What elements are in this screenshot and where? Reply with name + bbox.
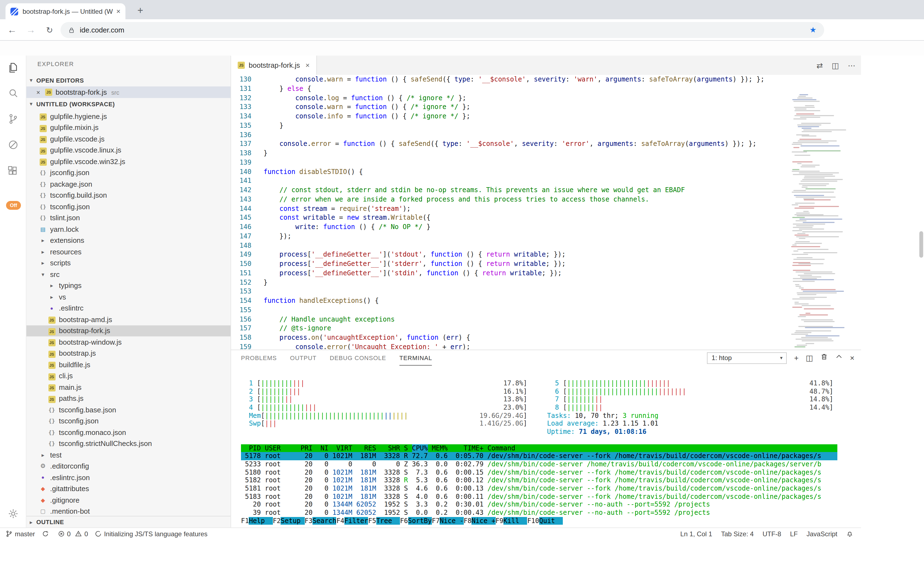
tree-item-main-js[interactable]: JSmain.js [26,382,230,393]
tree-item-vs[interactable]: ▸vs [26,291,230,303]
code-line[interactable]: 142 // const stdout, stderr and stdin be… [231,185,861,195]
code-line[interactable]: 149 process['__defineGetter__']('stdout'… [231,250,861,259]
code-line[interactable]: 144 const stream = require('stream'); [231,204,861,213]
tree-item-tsconfig-strictnullchecks-json[interactable]: {}tsconfig.strictNullChecks.json [26,438,230,449]
tree-item-typings[interactable]: ▸typings [26,280,230,291]
code-editor[interactable]: 130 console.warn = function () { safeSen… [231,75,861,350]
tree-item-tsconfig-base-json[interactable]: {}tsconfig.base.json [26,404,230,416]
code-line[interactable]: 133 console.warn = function () { /* igno… [231,103,861,112]
tree-item-tsconfig-build-json[interactable]: {}tsconfig.build.json [26,190,230,201]
kill-terminal-icon[interactable] [820,353,828,363]
encoding[interactable]: UTF-8 [763,530,781,538]
tab-close-icon[interactable]: × [305,61,310,69]
tree-item-tslint-json[interactable]: {}tslint.json [26,212,230,224]
settings-gear-icon[interactable] [6,507,20,520]
code-line[interactable]: 136 [231,130,861,140]
tree-item-bootstrap-window-js[interactable]: JSbootstrap-window.js [26,337,230,348]
tree-item-bootstrap-fork-js[interactable]: JSbootstrap-fork.js [26,325,230,337]
code-line[interactable]: 152} [231,278,861,287]
cursor-position[interactable]: Ln 1, Col 1 [680,530,712,538]
eol-sequence[interactable]: LF [790,530,798,538]
tree-item-gulpfile-vscode-linux-js[interactable]: JSgulpfile.vscode.linux.js [26,145,230,156]
tree-item-cli-js[interactable]: JScli.js [26,370,230,382]
split-terminal-icon[interactable]: ◫ [806,354,813,362]
code-line[interactable]: 140function disableSTDIO() { [231,167,861,176]
code-line[interactable]: 135 } [231,121,861,131]
new-tab-button[interactable]: + [133,3,148,18]
explorer-icon[interactable] [6,61,20,74]
page-scrollbar-thumb[interactable] [919,231,923,258]
notifications-bell[interactable] [846,530,855,537]
search-icon[interactable] [6,87,20,100]
tree-item--eslintrc-json[interactable]: ●.eslintrc.json [26,472,230,483]
minimap[interactable] [789,94,855,350]
reload-button[interactable]: ↻ [42,19,57,41]
bookmark-star-icon[interactable]: ★ [810,25,816,34]
source-control-icon[interactable] [6,112,20,126]
tree-item-extensions[interactable]: ▸extensions [26,235,230,246]
outline-section-header[interactable]: ▸ OUTLINE [26,516,230,527]
close-panel-icon[interactable]: × [850,354,854,362]
tree-item-tsconfig-json[interactable]: {}tsconfig.json [26,416,230,427]
code-line[interactable]: 151 process['__defineGetter__']('stdin',… [231,269,861,278]
problems-item[interactable]: 0 0 [58,530,88,538]
forward-button[interactable]: → [23,19,39,41]
tab-close-icon[interactable]: × [116,7,121,15]
maximize-panel-icon[interactable] [835,353,843,363]
panel-tab-debug-console[interactable]: DEBUG CONSOLE [330,350,386,366]
tree-item-jsconfig-json[interactable]: {}jsconfig.json [26,167,230,178]
more-actions-icon[interactable]: ⋯ [848,61,855,70]
tree-item-yarn-lock[interactable]: ▤yarn.lock [26,224,230,235]
panel-tab-problems[interactable]: PROBLEMS [241,350,277,366]
tree-item-gulpfile-hygiene-js[interactable]: JSgulpfile.hygiene.js [26,111,230,122]
code-line[interactable]: 132 console.log = function () { /* ignor… [231,93,861,103]
debug-icon[interactable] [6,138,20,152]
tree-item-resources[interactable]: ▸resources [26,246,230,257]
sync-item[interactable] [42,530,51,537]
back-button[interactable]: ← [5,19,20,41]
tree-item-tsconfig-monaco-json[interactable]: {}tsconfig.monaco.json [26,427,230,438]
code-line[interactable]: 131 } else { [231,84,861,93]
close-icon[interactable]: × [36,89,45,96]
code-line[interactable]: 130 console.warn = function () { safeSen… [231,75,861,84]
workspace-section-header[interactable]: ▾ UNTITLED (WORKSPACE) [26,98,230,110]
tree-item-scripts[interactable]: ▸scripts [26,257,230,269]
tree-item-gulpfile-mixin-js[interactable]: JSgulpfile.mixin.js [26,122,230,133]
panel-tab-output[interactable]: OUTPUT [290,350,317,366]
tree-item--editorconfig[interactable]: ⚙.editorconfig [26,461,230,472]
address-bar[interactable]: ide.coder.com ★ [61,22,824,38]
split-editor-icon[interactable]: ◫ [832,61,839,70]
tree-item-src[interactable]: ▾src [26,269,230,280]
tree-item-buildfile-js[interactable]: JSbuildfile.js [26,359,230,370]
tree-item-gulpfile-vscode-js[interactable]: JSgulpfile.vscode.js [26,133,230,145]
code-line[interactable]: 139 [231,158,861,168]
code-line[interactable]: 148 [231,241,861,250]
code-line[interactable]: 158 process.on('uncaughtException', func… [231,333,861,342]
indentation[interactable]: Tab Size: 4 [721,530,754,538]
code-line[interactable]: 155 [231,306,861,315]
tree-item--gitignore[interactable]: ◆.gitignore [26,495,230,506]
tree-item-paths-js[interactable]: JSpaths.js [26,393,230,404]
code-line[interactable]: 159 console.error('Uncaught Exception: '… [231,342,861,350]
code-line[interactable]: 147 }); [231,232,861,241]
terminal-dropdown[interactable]: 1: htop ▾ [707,352,787,364]
tree-item--gitattributes[interactable]: ◆.gitattributes [26,483,230,495]
code-line[interactable]: 143 // error when we are inside a forked… [231,195,861,204]
browser-tab[interactable]: bootstrap-fork.js — Untitled (W × [5,3,125,19]
open-editor-item[interactable]: × JS bootstrap-fork.js src [26,87,230,98]
panel-tab-terminal[interactable]: TERMINAL [399,350,432,366]
tree-item-package-json[interactable]: {}package.json [26,178,230,190]
tree-item--eslintrc[interactable]: ●.eslintrc [26,303,230,314]
code-line[interactable]: 138} [231,149,861,158]
editor-tab[interactable]: JS bootstrap-fork.js × [231,56,317,75]
code-line[interactable]: 156 // Handle uncaught exceptions [231,315,861,324]
open-editors-header[interactable]: ▾ OPEN EDITORS [26,74,230,86]
new-terminal-icon[interactable]: + [794,354,799,362]
tree-item-bootstrap-js[interactable]: JSbootstrap.js [26,348,230,359]
code-line[interactable]: 141 [231,176,861,186]
tree-item-gulpfile-vscode-win32-js[interactable]: JSgulpfile.vscode.win32.js [26,156,230,167]
tree-item-test[interactable]: ▸test [26,449,230,461]
code-line[interactable]: 137 console.error = function () { safeSe… [231,140,861,149]
open-changes-icon[interactable]: ⇄ [816,61,823,70]
git-branch-item[interactable]: master [5,530,35,538]
